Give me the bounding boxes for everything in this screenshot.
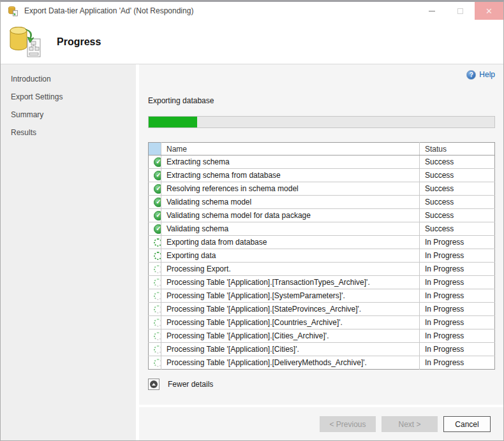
window-title: Export Data-tier Application 'Ad' (Not R…: [24, 6, 193, 15]
task-name: Processing Table '[Application].[Cities_…: [161, 329, 420, 343]
collapse-up-icon: [150, 380, 158, 388]
table-row[interactable]: Processing Table '[Application].[Transac…: [149, 276, 495, 289]
close-button[interactable]: ✕: [475, 2, 503, 20]
sidebar-item-results[interactable]: Results: [1, 124, 136, 141]
table-row[interactable]: Extracting schema from databaseSuccess: [149, 169, 495, 182]
task-name: Extracting schema: [161, 155, 420, 169]
help-link[interactable]: ? Help: [466, 70, 495, 80]
task-status: In Progress: [420, 316, 495, 329]
task-name: Processing Table '[Application].[SystemP…: [161, 289, 420, 303]
table-row[interactable]: Validating schema model for data package…: [149, 209, 495, 222]
spinner-icon: [154, 265, 161, 273]
task-name: Processing Table '[Application].[StatePr…: [161, 303, 420, 316]
table-row[interactable]: Exporting dataIn Progress: [149, 249, 495, 263]
table-row[interactable]: Processing Table '[Application].[Cities]…: [149, 343, 495, 356]
export-wizard-window: Export Data-tier Application 'Ad' (Not R…: [0, 0, 504, 441]
fewer-details-button[interactable]: [148, 379, 159, 390]
table-row[interactable]: Processing Table '[Application].[SystemP…: [149, 289, 495, 303]
minimize-button[interactable]: [417, 2, 446, 20]
task-status: Success: [420, 169, 495, 182]
task-name: Exporting data from database: [161, 236, 420, 249]
task-status: In Progress: [420, 236, 495, 249]
previous-button[interactable]: < Previous: [320, 416, 376, 432]
spinner-icon: [154, 238, 161, 247]
table-row[interactable]: Resolving references in schema modelSucc…: [149, 182, 495, 196]
task-status: Success: [420, 155, 495, 169]
progress-bar-fill: [149, 117, 197, 127]
help-label: Help: [479, 70, 495, 79]
table-row[interactable]: Processing Export.In Progress: [149, 263, 495, 276]
app-icon: [8, 6, 19, 17]
spinner-icon: [154, 359, 161, 367]
spinner-icon: [154, 319, 161, 327]
spinner-icon: [154, 305, 161, 314]
task-status: In Progress: [420, 356, 495, 370]
progress-page: ? Help Exporting database Name Status: [139, 64, 503, 405]
table-row[interactable]: Validating schema modelSuccess: [149, 196, 495, 209]
task-status: Success: [420, 209, 495, 222]
next-button[interactable]: Next >: [382, 416, 438, 432]
table-row[interactable]: Processing Table '[Application].[Cities_…: [149, 329, 495, 343]
fewer-details-label: Fewer details: [168, 380, 213, 389]
task-status: In Progress: [420, 263, 495, 276]
success-check-icon: [154, 171, 161, 180]
task-status: Success: [420, 222, 495, 236]
task-status: In Progress: [420, 249, 495, 263]
wizard-steps-sidebar: Introduction Export Settings Summary Res…: [1, 64, 136, 440]
wizard-header: Progress: [1, 20, 503, 64]
table-row[interactable]: Exporting data from databaseIn Progress: [149, 236, 495, 249]
success-check-icon: [154, 157, 161, 167]
task-name: Validating schema: [161, 222, 420, 236]
caption-controls: ✕: [417, 2, 503, 20]
table-header-row: Name Status: [149, 143, 495, 155]
sidebar-item-summary[interactable]: Summary: [1, 106, 136, 124]
progress-bar: [148, 116, 495, 128]
task-status: In Progress: [420, 276, 495, 289]
sidebar-item-export-settings[interactable]: Export Settings: [1, 88, 136, 106]
task-status: In Progress: [420, 343, 495, 356]
database-export-icon: [8, 25, 43, 59]
task-name: Processing Table '[Application].[Deliver…: [161, 356, 420, 370]
titlebar: Export Data-tier Application 'Ad' (Not R…: [1, 2, 503, 20]
task-table-body: Extracting schemaSuccessExtracting schem…: [149, 155, 495, 370]
table-row[interactable]: Processing Table '[Application].[Deliver…: [149, 356, 495, 370]
success-check-icon: [154, 224, 161, 234]
operation-status-label: Exporting database: [148, 96, 495, 105]
table-row[interactable]: Validating schemaSuccess: [149, 222, 495, 236]
help-icon: ?: [466, 70, 476, 80]
task-status: In Progress: [420, 303, 495, 316]
task-name: Resolving references in schema model: [161, 182, 420, 196]
spinner-icon: [154, 278, 161, 287]
table-row[interactable]: Extracting schemaSuccess: [149, 155, 495, 169]
table-row[interactable]: Processing Table '[Application].[Countri…: [149, 316, 495, 329]
success-check-icon: [154, 211, 161, 220]
icon-column-header: [149, 143, 161, 155]
maximize-button[interactable]: [446, 2, 475, 20]
task-table: Name Status Extracting schemaSuccessExtr…: [148, 142, 495, 370]
minimize-icon: [429, 11, 435, 11]
close-icon: ✕: [485, 6, 493, 16]
task-name: Processing Table '[Application].[Transac…: [161, 276, 420, 289]
task-name: Extracting schema from database: [161, 169, 420, 182]
cancel-button[interactable]: Cancel: [443, 416, 491, 432]
spinner-icon: [154, 332, 161, 340]
task-name: Processing Table '[Application].[Cities]…: [161, 343, 420, 356]
wizard-footer: < Previous Next > Cancel: [139, 407, 503, 440]
task-name: Validating schema model: [161, 196, 420, 209]
status-column-header: Status: [420, 143, 495, 155]
success-check-icon: [154, 198, 161, 207]
spinner-icon: [154, 345, 161, 354]
task-name: Exporting data: [161, 249, 420, 263]
task-status: In Progress: [420, 289, 495, 303]
success-check-icon: [154, 184, 161, 194]
spinner-icon: [154, 252, 161, 260]
table-row[interactable]: Processing Table '[Application].[StatePr…: [149, 303, 495, 316]
name-column-header: Name: [161, 143, 420, 155]
task-status: In Progress: [420, 329, 495, 343]
task-name: Processing Table '[Application].[Countri…: [161, 316, 420, 329]
spinner-icon: [154, 292, 161, 300]
sidebar-item-introduction[interactable]: Introduction: [1, 70, 136, 88]
task-name: Validating schema model for data package: [161, 209, 420, 222]
task-status: Success: [420, 182, 495, 196]
maximize-icon: [457, 8, 463, 14]
